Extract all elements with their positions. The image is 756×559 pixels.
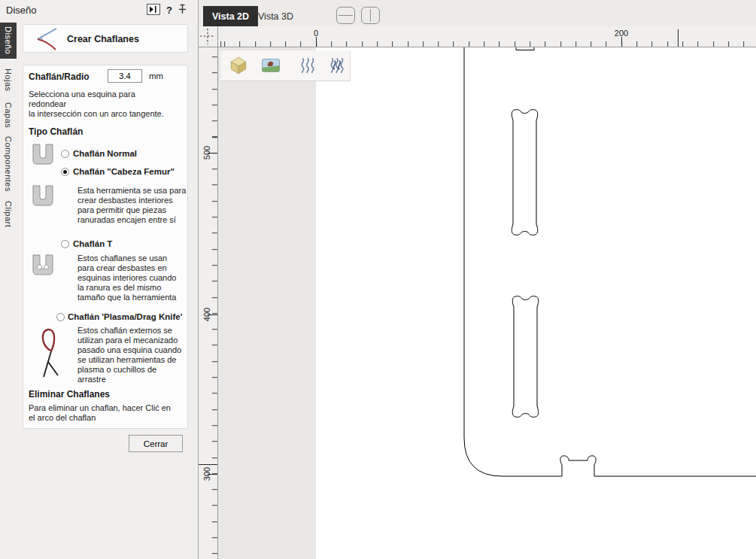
tool-header: Crear Chaflanes xyxy=(23,24,188,53)
radio-chaflan-cabeza-femur[interactable] xyxy=(61,168,69,176)
vruler-label: 500 xyxy=(202,138,212,168)
bitmap-image-icon[interactable] xyxy=(260,53,284,77)
tipo-heading: Tipo Chaflán xyxy=(29,126,83,137)
bone-slot xyxy=(512,296,538,418)
close-button[interactable]: Cerrar xyxy=(129,435,183,452)
radio-chaflan-cabeza-femur-label[interactable]: Chaflán "Cabeza Femur" xyxy=(73,167,175,176)
drag-knife-icon xyxy=(34,326,67,383)
radius-input[interactable] xyxy=(108,69,142,83)
hruler-major-tick xyxy=(316,37,317,47)
hruler-label: 200 xyxy=(609,29,634,38)
tool-title: Crear Chaflanes xyxy=(67,34,139,44)
toolpaths-selected-icon[interactable] xyxy=(326,53,351,77)
slot-normal-icon xyxy=(30,143,56,169)
sidebar: Diseño Hojas Capas Componentes Clipart xyxy=(0,21,17,559)
pin-icon[interactable] xyxy=(178,4,187,17)
application-window: Diseño ? Diseño Hojas Capas Compo xyxy=(0,0,756,559)
canvas-toolbar xyxy=(220,50,351,81)
sidebar-tab-label: Clipart xyxy=(4,201,13,227)
radio-chaflan-plasma-label[interactable]: Chaflán 'Plasma/Drag Knife' xyxy=(68,312,182,321)
eliminar-text: Para eliminar un chaflan, hacer Clić en … xyxy=(29,403,171,423)
horizontal-ruler: 0 200 xyxy=(218,26,756,47)
radio-chaflan-normal-label[interactable]: Chaflán Normal xyxy=(73,149,137,158)
panel-titlebar: Diseño ? xyxy=(0,0,199,21)
desc-chaflan-t: Estos chaflanes se usan para crear desba… xyxy=(77,254,176,302)
part-outline xyxy=(464,47,756,476)
vertical-split-icon xyxy=(370,9,371,22)
tab-label: Vista 3D xyxy=(258,11,293,22)
radio-chaflan-normal[interactable] xyxy=(61,150,69,158)
vruler-label: 400 xyxy=(202,299,212,330)
hruler-label: 0 xyxy=(303,29,329,38)
top-notch xyxy=(516,47,534,50)
hruler-major-tick xyxy=(621,37,622,47)
desc-plasma: Estos chaflán externos se utilizan para … xyxy=(77,326,181,384)
sidebar-tab-label: Diseño xyxy=(4,26,13,54)
view-tabbar: Vista 2D Vista 3D Hoja 1 xyxy=(199,0,756,26)
radio-chaflan-t[interactable] xyxy=(61,240,69,248)
part-drawing[interactable] xyxy=(218,47,756,559)
radius-label: Chaflán/Radio xyxy=(29,71,90,82)
hruler-cursor-marker xyxy=(678,29,679,47)
tab-vista-3d[interactable]: Vista 3D xyxy=(249,6,302,26)
radio-chaflan-plasma[interactable] xyxy=(56,313,65,321)
vertical-ruler: 500 400 300 xyxy=(199,47,218,559)
design-panel: Crear Chaflanes Chaflán/Radio mm Selecci… xyxy=(17,21,198,559)
sidebar-tab-diseno[interactable]: Diseño xyxy=(0,23,17,59)
sidebar-tab-label: Capas xyxy=(4,102,13,128)
toolpaths-icon[interactable] xyxy=(296,53,320,77)
sidebar-tab-componentes[interactable]: Componentes xyxy=(0,135,17,193)
horizontal-split-icon xyxy=(339,15,353,16)
dock-toggle-icon[interactable] xyxy=(147,4,160,18)
sidebar-tab-clipart[interactable]: Clipart xyxy=(0,197,17,232)
slot-tbone-icon xyxy=(30,254,56,279)
material-block-icon[interactable] xyxy=(226,53,250,77)
split-horizontal-button[interactable] xyxy=(336,7,355,24)
datum-crosshair-icon xyxy=(199,26,217,47)
tool-body: Chaflán/Radio mm Selecciona una esquina … xyxy=(23,65,188,429)
tab-label: Vista 2D xyxy=(212,11,249,22)
intro-text: Selecciona una esquina para redondear la… xyxy=(29,90,164,119)
eliminar-heading: Eliminar Chaflanes xyxy=(29,389,110,400)
help-icon[interactable]: ? xyxy=(166,5,172,16)
split-vertical-button[interactable] xyxy=(361,7,380,24)
bone-slot xyxy=(512,110,537,235)
panel-title: Diseño xyxy=(6,5,36,16)
radio-chaflan-t-label[interactable]: Chaflán T xyxy=(73,239,112,248)
chamfer-tool-icon xyxy=(31,27,61,54)
radius-unit: mm xyxy=(149,71,163,81)
vruler-minor-ticks xyxy=(212,47,217,559)
ruler-origin-box xyxy=(199,26,218,47)
hruler-minor-ticks xyxy=(218,41,756,47)
sidebar-tab-hojas[interactable]: Hojas xyxy=(0,65,17,95)
slot-femur-icon xyxy=(30,184,56,210)
sidebar-tab-label: Componentes xyxy=(4,136,13,192)
desc-cabeza-femur: Esta herramienta se usa para crear desba… xyxy=(77,186,186,225)
sidebar-tab-label: Hojas xyxy=(4,68,13,92)
vruler-label: 300 xyxy=(202,459,212,489)
sidebar-tab-capas[interactable]: Capas xyxy=(0,100,17,130)
